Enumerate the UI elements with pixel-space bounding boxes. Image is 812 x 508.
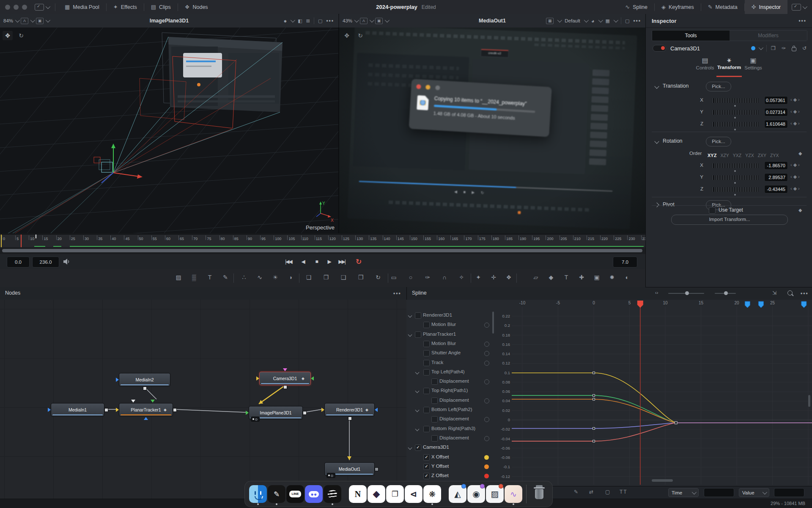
- snapshot-icon[interactable]: ▦: [546, 18, 554, 24]
- tool-light-3d-icon[interactable]: ✹: [606, 274, 617, 282]
- channel-dropdown-icon[interactable]: [30, 18, 35, 22]
- import-transform-button[interactable]: Import Transform...: [671, 215, 788, 225]
- tool-camera-3d-icon[interactable]: ▣: [591, 274, 602, 282]
- left-viewer-zoom-level[interactable]: 84%: [3, 18, 13, 23]
- spline-tree-row-planartracker1[interactable]: PlanarTracker1: [406, 330, 495, 339]
- tool-transform-icon[interactable]: ❏: [303, 274, 314, 282]
- section-translation[interactable]: TranslationPick...: [646, 82, 812, 92]
- keyframe-nav-icons[interactable]: ‹◆›: [790, 97, 801, 102]
- tool-ellipse-mask-icon[interactable]: ○: [405, 274, 416, 282]
- dock-media-icon[interactable]: ❋: [423, 483, 442, 505]
- pin-icon[interactable]: ✑: [782, 45, 786, 51]
- spline-tree-row-z-offset[interactable]: ✓Z Offset: [406, 471, 495, 480]
- spline-tree-row-top-right-path1-[interactable]: Top Right(Path1): [406, 386, 495, 395]
- curve-color-indicator[interactable]: [484, 351, 489, 356]
- dock-windows-icon[interactable]: ❐: [386, 483, 404, 505]
- tool-layers-icon[interactable]: ❑: [338, 274, 349, 282]
- right-viewer-options-icon[interactable]: •••: [633, 18, 641, 24]
- tool-tracker-icon[interactable]: ✛: [488, 274, 499, 282]
- node-input-port[interactable]: [116, 408, 119, 412]
- spline-zoom-knob[interactable]: [685, 291, 689, 295]
- audio-mute-icon[interactable]: [63, 258, 71, 265]
- value-field[interactable]: 0.027314: [764, 108, 788, 116]
- dialog-minimize-icon[interactable]: [426, 85, 431, 90]
- node-ImagePlane3D1[interactable]: ImagePlane3D1: [249, 406, 303, 420]
- visibility-checkbox[interactable]: [423, 407, 430, 413]
- value-slider[interactable]: [708, 174, 763, 181]
- spline-expand-icon[interactable]: ⇲: [772, 290, 776, 296]
- play-button[interactable]: ▶: [323, 257, 335, 266]
- spline-tree-row-bottom-right-path3-[interactable]: Bottom Right(Path3): [406, 424, 495, 433]
- traffic-lights[interactable]: [0, 5, 30, 10]
- spline-tree-row-camera3d1[interactable]: ✓Camera3D1: [406, 443, 495, 452]
- tool-color-corrector-icon[interactable]: ☀: [270, 274, 281, 282]
- tool-renderer-3d-icon[interactable]: ◐: [622, 274, 633, 282]
- keyframe-marker[interactable]: [758, 301, 763, 308]
- visibility-checkbox[interactable]: [423, 350, 430, 356]
- node-output-port[interactable]: [303, 411, 307, 415]
- zoom-button[interactable]: [22, 5, 27, 10]
- node-graph[interactable]: MediaIn1MediaIn2PlanarTracker1◈Camera3D1…: [0, 300, 406, 508]
- node-PlanarTracker1[interactable]: PlanarTracker1◈: [119, 403, 173, 417]
- node-MediaOut1[interactable]: MediaOut1: [324, 462, 375, 476]
- spline-panel-options-icon[interactable]: •••: [801, 290, 809, 296]
- channel-dropdown-icon[interactable]: [370, 18, 374, 22]
- tool-bspline-mask-icon[interactable]: ∩: [439, 274, 450, 282]
- curve-color-indicator[interactable]: [484, 361, 489, 366]
- left-viewer-options-icon[interactable]: •••: [326, 18, 334, 24]
- expand-chevron-icon[interactable]: [415, 389, 420, 393]
- timeline-playhead[interactable]: [21, 235, 22, 248]
- snapshot-dropdown-icon[interactable]: [557, 18, 562, 22]
- visibility-checkbox[interactable]: [423, 322, 430, 328]
- visibility-checkbox[interactable]: [423, 341, 430, 347]
- add-point-icon[interactable]: ✎: [574, 489, 578, 495]
- color-indicator-icon[interactable]: ●: [284, 18, 287, 24]
- loop-playback-button[interactable]: ↻: [353, 257, 365, 266]
- rotation-order-zyx[interactable]: ZYX: [770, 153, 779, 158]
- lut-dropdown-icon[interactable]: [584, 18, 588, 22]
- tool-fast-noise-icon[interactable]: ▒: [189, 274, 200, 282]
- value-slider[interactable]: [708, 186, 763, 193]
- node-Camera3D1[interactable]: Camera3D1◈: [259, 372, 311, 385]
- 3d-viewport[interactable]: ✥ ↻ Y X Perspective: [0, 28, 338, 233]
- visibility-checkbox[interactable]: [431, 416, 438, 422]
- curve-color-dot[interactable]: [484, 474, 489, 478]
- spline-scale-knob[interactable]: [724, 291, 728, 295]
- visibility-checkbox[interactable]: [431, 435, 438, 442]
- window-mode-chevron-icon[interactable]: [46, 4, 50, 8]
- value-field[interactable]: -0.43445: [764, 185, 788, 193]
- tool-merge-3d-icon[interactable]: ✚: [576, 274, 587, 282]
- use-target-keyframe-icon[interactable]: ◆: [798, 207, 802, 213]
- time-mode-dropdown[interactable]: Time: [668, 488, 699, 497]
- curve-color-indicator[interactable]: [484, 436, 489, 441]
- keyframe-marker[interactable]: [801, 301, 807, 308]
- value-field[interactable]: 1.610648: [764, 120, 788, 128]
- keyframe-nav-icons[interactable]: ‹◆›: [790, 162, 801, 168]
- pan-tool-icon[interactable]: ✥: [342, 31, 352, 40]
- dock-spotify-icon[interactable]: [323, 483, 342, 505]
- node-input-port[interactable]: [311, 376, 314, 381]
- time-value-field[interactable]: [704, 488, 734, 497]
- expand-viewer-icon[interactable]: ▢: [318, 18, 322, 24]
- tool-polygon-mask-icon[interactable]: ✑: [422, 274, 433, 282]
- spline-tree-row-motion-blur[interactable]: Motion Blur: [406, 339, 495, 348]
- color-pot-icon[interactable]: ◕: [591, 18, 595, 24]
- value-slider[interactable]: [708, 97, 763, 104]
- spline-tree-row-shutter-angle[interactable]: Shutter Angle: [406, 348, 495, 358]
- expand-chevron-icon[interactable]: [408, 446, 412, 450]
- workspace-tab-inspector[interactable]: ✜Inspector: [745, 0, 787, 14]
- inspector-tab-tools[interactable]: Tools: [652, 30, 730, 41]
- compare-icon[interactable]: ⊞: [306, 18, 310, 24]
- inspector-subtab-settings[interactable]: ▣Settings: [738, 56, 768, 70]
- value-slider[interactable]: [708, 109, 763, 116]
- value-field[interactable]: 0.057361: [764, 96, 788, 105]
- pan-tool-icon[interactable]: ✥: [3, 31, 13, 40]
- layout-dropdown-icon[interactable]: [385, 18, 390, 22]
- node-output-port[interactable]: [173, 408, 177, 412]
- visibility-checkbox[interactable]: [423, 360, 430, 366]
- workspace-tab-clips[interactable]: ▤Clips: [144, 0, 178, 14]
- skip-start-button[interactable]: |◀◀: [283, 257, 294, 266]
- spline-tree-row-displacement[interactable]: Displacement: [406, 433, 495, 443]
- rotation-order-xzy[interactable]: XZY: [720, 153, 729, 158]
- node-input-port[interactable]: [116, 378, 119, 382]
